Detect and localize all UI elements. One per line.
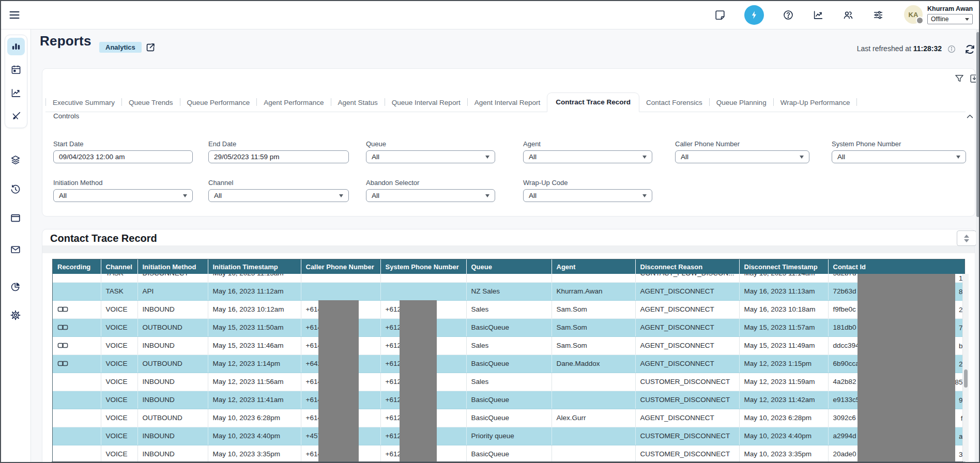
cell-recording	[53, 373, 101, 391]
sidebar-item-reports[interactable]	[7, 38, 25, 55]
sidebar-item-designer[interactable]	[7, 107, 25, 125]
table-row[interactable]: VOICEINBOUNDMay 12, 2023 11:56am+614+612…	[53, 373, 964, 391]
settings-sliders-icon[interactable]	[872, 9, 884, 21]
column-header-channel[interactable]: Channel	[101, 259, 137, 274]
column-header-agent[interactable]: Agent	[552, 259, 635, 274]
column-header-recording[interactable]: Recording	[53, 259, 101, 274]
page-scrollbar[interactable]	[976, 29, 980, 462]
cell-disconnect_timestamp: May 16, 2023 11:14am	[739, 274, 828, 282]
cell-initiation_method: INBOUND	[137, 427, 208, 445]
field-wrap-up-code: Wrap-Up CodeAll	[523, 179, 652, 202]
cell-disconnect_timestamp: May 15, 2023 11:49am	[739, 336, 828, 354]
table-row[interactable]: VOICEINBOUNDMay 16, 2023 10:12am+614+612…	[53, 300, 964, 318]
queue-select[interactable]: All	[366, 150, 495, 163]
column-header-caller-phone-number[interactable]: Caller Phone Number	[301, 259, 380, 274]
redaction-box	[318, 300, 359, 462]
column-header-initiation-method[interactable]: Initiation Method	[137, 259, 208, 274]
quick-actions-icon[interactable]	[744, 5, 764, 25]
field-start-date: Start Date09/04/2023 12:00 am	[53, 140, 193, 163]
cell-channel: VOICE	[101, 354, 137, 373]
column-header-disconnect-timestamp[interactable]: Disconnect Timestamp	[739, 259, 828, 274]
step-down-icon[interactable]	[964, 239, 969, 242]
avatar[interactable]: KA	[904, 5, 923, 24]
end-date-input[interactable]: 29/05/2023 11:59 pm	[208, 150, 349, 163]
step-up-icon[interactable]	[964, 235, 969, 238]
column-header-initiation-timestamp[interactable]: Initiation Timestamp	[208, 259, 301, 274]
chevron-down-icon	[965, 18, 969, 21]
sidebar-item-schedule[interactable]	[7, 61, 25, 79]
table-row[interactable]: TASKDISCONNECTMay 16, 2023 11:13amCONTAC…	[53, 274, 964, 282]
recording-link-icon[interactable]	[57, 306, 68, 313]
cell-initiation_method: DISCONNECT	[137, 274, 208, 282]
start-date-input[interactable]: 09/04/2023 12:00 am	[53, 150, 193, 163]
table-row[interactable]: TASKAPIMay 16, 2023 11:12amNZ SalesKhurr…	[53, 282, 964, 300]
info-icon[interactable]	[947, 44, 956, 54]
system-phone-number-select[interactable]: All	[832, 150, 966, 163]
channel-select[interactable]: All	[208, 189, 349, 202]
directory-icon[interactable]	[843, 9, 854, 21]
table-vertical-scrollbar[interactable]	[962, 274, 969, 461]
cell-disconnect_timestamp: May 12, 2023 1:15pm	[739, 354, 828, 373]
sidebar-item-insights[interactable]	[7, 278, 24, 296]
field-label: Start Date	[53, 140, 193, 148]
table-row[interactable]: VOICEINBOUNDMay 15, 2023 11:46am+614+612…	[53, 336, 964, 354]
external-link-icon[interactable]	[145, 42, 156, 53]
wrap-up-code-select[interactable]: All	[523, 189, 652, 202]
cell-queue	[466, 274, 552, 282]
table-row[interactable]: VOICEOUTBOUNDMay 12, 2023 1:14pm+642+612…	[53, 354, 964, 373]
recording-link-icon[interactable]	[57, 324, 68, 331]
column-header-disconnect-reason[interactable]: Disconnect Reason	[635, 259, 739, 274]
app-window: KA Khurram Awan Offline	[0, 0, 980, 463]
table-row[interactable]: VOICEINBOUNDMay 12, 2023 11:41am+614+612…	[53, 391, 964, 409]
recording-link-icon[interactable]	[57, 342, 68, 349]
scrollbar-thumb[interactable]	[976, 32, 979, 217]
recording-link-icon[interactable]	[57, 360, 68, 367]
abandon-selector-select[interactable]: All	[366, 189, 495, 202]
history-icon	[10, 184, 21, 195]
contact-id-start: 4a2b82	[833, 378, 856, 385]
field-channel: ChannelAll	[208, 179, 349, 202]
cell-disconnect_reason: CUSTOMER_DISCONNECT	[635, 391, 739, 409]
calendar-icon	[10, 64, 22, 75]
menu-icon[interactable]	[8, 9, 21, 21]
column-header-queue[interactable]: Queue	[466, 259, 552, 274]
column-header-system-phone-number[interactable]: System Phone Number	[380, 259, 466, 274]
scrollbar-thumb[interactable]	[964, 369, 968, 388]
refresh-icon[interactable]	[964, 43, 976, 55]
table-stepper[interactable]	[957, 230, 976, 246]
initiation-method-select[interactable]: All	[53, 189, 193, 202]
cell-agent	[552, 373, 635, 391]
table-row[interactable]: VOICEOUTBOUNDMay 10, 2023 6:28pm+614+612…	[53, 409, 964, 427]
cell-disconnect_reason: AGENT_DISCONNECT	[635, 300, 739, 318]
caller-phone-number-select[interactable]: All	[675, 150, 809, 163]
help-icon[interactable]	[783, 9, 794, 21]
table-row[interactable]: VOICEINBOUNDMay 10, 2023 4:40pm+457+612P…	[53, 427, 964, 445]
status-select[interactable]: Offline	[927, 14, 973, 24]
browser-window-icon	[10, 212, 21, 224]
sidebar-item-settings[interactable]	[7, 306, 24, 324]
column-header-contact-id[interactable]: Contact Id	[828, 259, 964, 274]
cell-initiation_timestamp: May 10, 2023 6:28pm	[208, 409, 301, 427]
status-dot-icon	[916, 17, 924, 24]
cell-recording	[53, 427, 101, 445]
table-scroll-area[interactable]: RecordingChannelInitiation MethodInitiat…	[52, 259, 965, 463]
cell-channel: VOICE	[101, 300, 137, 318]
field-value: All	[214, 192, 222, 199]
sidebar-item-mail[interactable]	[7, 241, 24, 258]
table-row[interactable]: VOICEOUTBOUNDMay 15, 2023 11:50am+614+61…	[53, 318, 964, 336]
field-value: 09/04/2023 12:00 am	[59, 153, 125, 161]
cell-disconnect_reason: AGENT_DISCONNECT	[635, 282, 739, 300]
agent-select[interactable]: All	[523, 150, 652, 163]
chevron-down-icon	[485, 194, 489, 197]
notes-icon[interactable]	[714, 9, 726, 21]
metrics-icon[interactable]	[813, 9, 824, 21]
sidebar-item-layers[interactable]	[7, 151, 24, 169]
sidebar-item-history[interactable]	[7, 181, 24, 198]
field-agent: AgentAll	[523, 140, 652, 163]
sidebar-item-workspace[interactable]	[7, 209, 24, 227]
sidebar-item-trends[interactable]	[7, 84, 25, 102]
contact-id-start: 72b63d	[833, 287, 856, 295]
table-header-row: RecordingChannelInitiation MethodInitiat…	[53, 259, 964, 274]
table-row[interactable]: VOICEINBOUNDMay 10, 2023 3:35pm+614+612B…	[53, 445, 964, 463]
field-label: Channel	[208, 179, 349, 187]
